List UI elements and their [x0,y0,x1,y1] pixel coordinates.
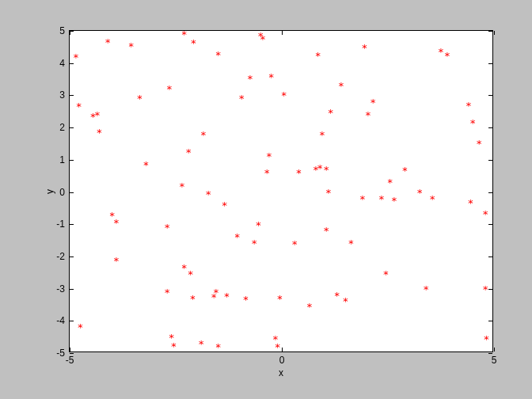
data-point: * [342,296,348,306]
data-point: * [444,50,450,60]
data-point: * [315,50,321,60]
data-point: * [109,211,116,221]
y-tick-label: -3 [56,283,65,294]
data-point: * [482,208,488,218]
y-tick-label: -2 [56,251,65,262]
data-point: * [272,333,279,344]
x-tick-label: -5 [66,355,74,366]
data-point: * [359,193,366,203]
data-point: * [469,117,476,127]
y-axis-label: y [44,189,55,194]
data-point: * [275,341,281,352]
figure: x y -505-5-4-3-2-1012345****************… [0,0,532,399]
data-point: * [378,193,385,203]
data-point: * [391,195,397,205]
data-point: * [213,287,219,297]
data-point: * [198,338,204,348]
data-point: * [234,232,241,242]
data-point: * [200,130,207,140]
data-point: * [317,162,323,173]
data-point: * [387,177,393,188]
data-point: * [429,193,435,203]
data-point: * [222,200,228,210]
data-point: * [306,301,313,311]
data-point: * [104,37,111,48]
data-point: * [483,334,489,344]
data-point: * [243,294,249,305]
data-point: * [191,38,197,48]
data-point: * [423,283,429,294]
data-point: * [362,43,368,53]
data-point: * [238,93,245,104]
y-tick-label: -1 [56,218,65,230]
data-point: * [323,165,329,175]
data-point: * [482,284,488,294]
data-point: * [215,341,222,352]
data-point: * [466,100,472,110]
data-point: * [94,109,101,120]
data-point: * [169,332,175,342]
data-point: * [185,146,192,157]
scatter-axes: x y -505-5-4-3-2-1012345****************… [69,30,493,352]
data-point: * [164,222,170,233]
data-point: * [247,74,253,84]
y-tick-label: -4 [56,315,65,326]
x-tick-label: 0 [279,355,285,366]
data-point: * [73,52,79,63]
data-point: * [181,263,188,273]
data-point: * [128,41,135,51]
data-point: * [179,181,185,192]
data-point: * [323,226,329,236]
data-point: * [416,187,423,197]
data-point: * [181,29,188,40]
data-point: * [97,127,103,138]
y-tick-label: 5 [59,25,65,36]
data-point: * [251,238,257,248]
data-point: * [164,287,170,297]
data-point: * [291,238,298,249]
data-point: * [113,218,120,228]
data-point: * [325,188,332,198]
data-point: * [215,49,222,59]
data-point: * [223,291,230,301]
y-tick-label: 1 [59,154,65,165]
data-point: * [264,168,270,178]
data-point: * [468,197,474,207]
data-point: * [166,84,173,94]
data-point: * [260,34,266,44]
y-tick-label: 4 [59,58,65,69]
data-point: * [211,291,217,302]
data-point: * [266,150,272,161]
data-point: * [382,269,389,279]
data-point: * [77,321,83,332]
data-point: * [205,188,211,199]
data-point: * [296,168,302,178]
data-point: * [143,159,150,169]
x-axis-label: x [279,367,283,378]
y-tick-label: 2 [59,122,65,133]
y-tick-label: -5 [56,348,65,359]
data-point: * [188,269,194,279]
data-point: * [276,293,283,303]
data-point: * [402,165,408,175]
data-point: * [348,238,354,248]
data-point: * [365,109,371,120]
data-point: * [137,93,143,104]
data-point: * [281,90,287,101]
data-point: * [113,256,120,266]
data-point: * [338,81,344,91]
data-point: * [256,220,262,230]
data-point: * [438,47,444,57]
data-point: * [319,130,325,140]
data-point: * [190,293,196,303]
data-point: * [370,97,376,107]
data-point: * [476,139,482,149]
data-point: * [90,111,97,121]
data-point: * [334,290,340,300]
x-tick-label: 5 [492,355,497,366]
y-tick-label: 0 [59,187,65,198]
data-point: * [328,107,334,117]
data-point: * [257,31,264,41]
data-point: * [313,165,319,175]
data-point: * [76,101,82,111]
